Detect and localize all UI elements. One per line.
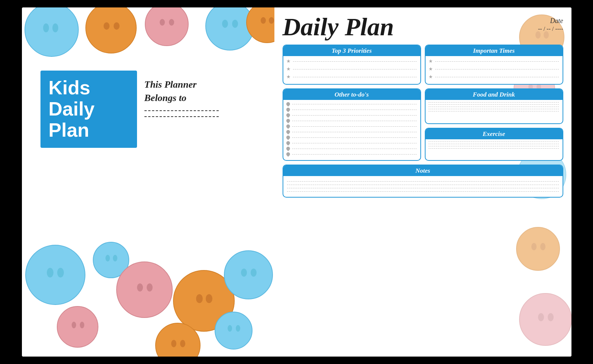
star-icon: ★ — [429, 66, 433, 72]
svg-point-34 — [171, 340, 176, 347]
other-todos-body — [283, 100, 420, 160]
food-drink-body — [426, 100, 563, 116]
belongs-text: This Planner Belongs to — [144, 78, 219, 105]
daily-plan-title: Daily Plan — [283, 14, 394, 39]
svg-point-50 — [540, 243, 545, 250]
star-icon: ★ — [286, 66, 291, 72]
bullet-icon — [285, 107, 290, 112]
todo-row — [286, 130, 417, 134]
svg-point-38 — [236, 325, 240, 332]
date-area: Date -- / -- / ---- — [538, 14, 563, 32]
svg-point-35 — [180, 340, 185, 347]
rp-header: Daily Plan Date -- / -- / ---- — [283, 14, 563, 39]
svg-point-10 — [222, 20, 228, 28]
notes-header: Notes — [283, 165, 563, 176]
dashed-line — [292, 154, 417, 155]
star-icon: ★ — [429, 58, 433, 64]
food-row — [429, 104, 559, 105]
dashed-line — [435, 61, 559, 62]
bullet-icon — [285, 118, 290, 123]
top-priorities-box: Top 3 Priorities ★ ★ ★ — [283, 45, 421, 85]
title-line1: Kids — [49, 77, 91, 98]
svg-point-7 — [160, 19, 165, 26]
svg-point-1 — [43, 23, 49, 32]
svg-point-4 — [104, 22, 110, 30]
exercise-row — [429, 144, 559, 144]
dashed-line — [429, 111, 559, 111]
exercise-box: Exercise — [425, 128, 563, 161]
svg-point-19 — [105, 255, 110, 261]
svg-point-52 — [538, 313, 544, 321]
notes-line — [287, 185, 559, 185]
svg-point-0 — [25, 7, 78, 56]
food-row — [429, 102, 559, 103]
svg-point-13 — [261, 17, 266, 24]
left-title-box: Kids Daily Plan — [40, 71, 137, 148]
svg-point-23 — [147, 283, 153, 292]
dashed-line — [435, 77, 559, 77]
star-icon: ★ — [286, 58, 291, 64]
svg-point-31 — [72, 322, 76, 328]
dashed-line — [293, 69, 417, 69]
exercise-row — [429, 142, 559, 142]
todo-row — [286, 136, 417, 139]
times-row: ★ — [429, 66, 559, 72]
dashed-line — [429, 142, 559, 142]
belongs-line-2 — [144, 116, 219, 117]
todo-row — [286, 102, 417, 106]
svg-point-49 — [531, 243, 537, 250]
food-drink-box: Food and Drink — [425, 88, 563, 124]
food-row — [429, 111, 559, 111]
dashed-line — [292, 132, 417, 132]
exercise-header: Exercise — [426, 129, 563, 139]
bullet-icon — [285, 129, 290, 134]
svg-point-36 — [215, 312, 252, 349]
dashed-line — [292, 126, 417, 127]
food-drink-header: Food and Drink — [426, 89, 563, 100]
svg-point-15 — [26, 245, 85, 305]
right-page: Daily Plan Date -- / -- / ---- Top 3 Pri… — [274, 7, 571, 357]
left-page: Kids Daily Plan This Planner Belongs to — [22, 7, 274, 357]
dashed-line — [292, 115, 417, 116]
other-todos-header: Other to-do's — [283, 89, 420, 100]
rp-grid: Top 3 Priorities ★ ★ ★ — [283, 45, 563, 198]
times-row: ★ — [429, 74, 559, 80]
todo-row — [286, 124, 417, 128]
dashed-line — [292, 137, 417, 138]
dashed-line — [429, 102, 559, 103]
priority-row: ★ — [286, 74, 417, 80]
belongs-area: This Planner Belongs to — [144, 78, 219, 121]
food-row — [429, 109, 559, 109]
dashed-line — [435, 69, 559, 69]
svg-point-29 — [251, 269, 257, 277]
svg-point-51 — [519, 293, 571, 345]
dashed-line — [292, 149, 417, 149]
bullet-icon — [285, 146, 290, 151]
title-line2: Daily — [49, 98, 95, 120]
food-row — [429, 107, 559, 107]
date-label: Date — [538, 17, 563, 25]
dashed-line — [429, 104, 559, 105]
svg-point-26 — [206, 294, 212, 303]
bullet-icon — [285, 135, 290, 140]
notes-body — [283, 176, 563, 197]
dashed-line — [293, 61, 417, 62]
svg-point-5 — [114, 22, 120, 30]
right-content: Daily Plan Date -- / -- / ---- Top 3 Pri… — [283, 14, 563, 198]
importan-times-header: Importan Times — [426, 45, 563, 56]
dashed-line — [293, 77, 417, 77]
svg-point-22 — [137, 283, 143, 292]
notes-line — [287, 191, 559, 192]
dashed-line — [429, 148, 559, 149]
times-row: ★ — [429, 58, 559, 64]
bullet-icon — [285, 124, 290, 129]
star-icon: ★ — [286, 74, 291, 80]
belongs-line-1 — [144, 110, 219, 111]
todo-row — [286, 147, 417, 150]
top-priorities-header: Top 3 Priorities — [283, 45, 420, 56]
svg-point-16 — [47, 268, 53, 277]
priority-row: ★ — [286, 66, 417, 72]
svg-point-20 — [113, 255, 117, 261]
dashed-line — [429, 107, 559, 107]
dashed-line — [429, 144, 559, 144]
